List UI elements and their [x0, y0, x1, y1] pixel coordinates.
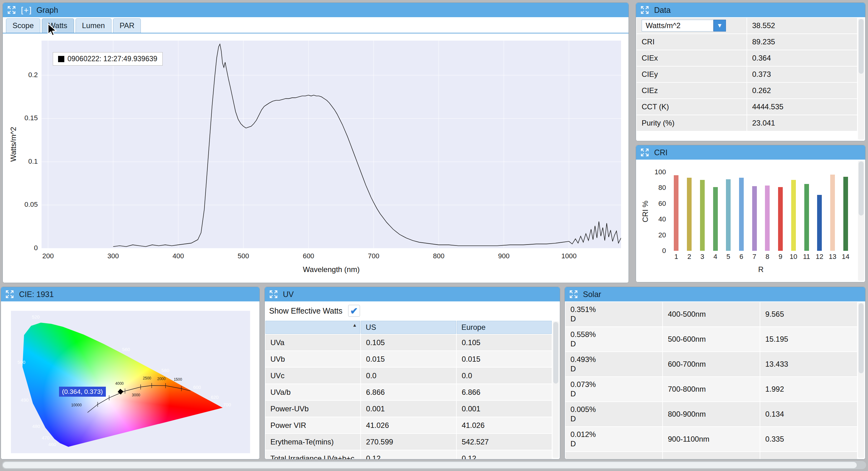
- tab-lumen[interactable]: Lumen: [75, 19, 112, 33]
- percent-cell: 0.005% D: [565, 402, 662, 426]
- europe-value: 6.866: [457, 384, 552, 400]
- unit-dropdown-value[interactable]: Watts/m^2: [642, 20, 713, 32]
- expand-icon[interactable]: [640, 147, 650, 157]
- us-value: 0.12: [361, 450, 456, 459]
- scrollbar-thumb[interactable]: [859, 303, 864, 373]
- table-row: [637, 131, 857, 141]
- y-axis-label: Watts/m^2: [9, 127, 18, 162]
- cie-chromaticity-diagram[interactable]: 5205004904804704605605806006207001500200…: [20, 313, 241, 448]
- vertical-scrollbar[interactable]: [858, 303, 864, 458]
- us-value: 0.001: [361, 401, 456, 417]
- expand-icon[interactable]: [5, 289, 15, 299]
- percent-cell: [565, 452, 662, 459]
- wavelength-label: 470: [42, 435, 50, 440]
- row-value: 0.364: [747, 50, 857, 66]
- cct-label: 2500: [143, 376, 151, 380]
- panel-title: UV: [283, 290, 294, 299]
- table-row: 0.012% D900-1100nm0.335: [565, 427, 857, 451]
- cri-bar-group: [774, 187, 787, 251]
- vertical-scrollbar[interactable]: [553, 321, 559, 458]
- x-tick-label: 1: [670, 253, 683, 261]
- chevron-down-icon[interactable]: ▼: [713, 20, 726, 32]
- table-row: CCT (K)4444.535: [637, 99, 857, 115]
- horizontal-scrollbar[interactable]: [2, 461, 866, 469]
- cri-bar: [830, 175, 835, 251]
- cie-panel: CIE: 1931 520500490480470460560580600620…: [1, 287, 260, 460]
- spectrum-plot-area[interactable]: [41, 40, 621, 248]
- expand-icon[interactable]: [568, 289, 579, 299]
- column-header[interactable]: US: [361, 321, 456, 334]
- x-tick-label: 300: [107, 252, 119, 260]
- data-panel-titlebar: Data: [636, 3, 865, 17]
- effective-watts-row: Show Effective Watts ✔: [265, 301, 560, 320]
- cri-bar: [791, 180, 796, 251]
- expand-icon[interactable]: [6, 5, 17, 15]
- tab-par[interactable]: PAR: [113, 19, 141, 33]
- wavelength-label: 460: [49, 442, 56, 447]
- cie-panel-titlebar: CIE: 1931: [1, 287, 259, 301]
- cri-panel-titlebar: CRI: [636, 145, 865, 159]
- x-tick-label: 4: [709, 253, 722, 261]
- cct-label: 3000: [132, 393, 140, 397]
- y-tick-label: 20: [650, 231, 666, 239]
- band-cell: 900-1100nm: [663, 427, 760, 451]
- unit-dropdown[interactable]: Watts/m^2 ▼: [642, 19, 726, 32]
- expand-icon[interactable]: [269, 289, 279, 299]
- show-effective-watts-checkbox[interactable]: ✔: [348, 305, 360, 317]
- panel-title: Data: [654, 6, 671, 15]
- cct-label: 10000: [71, 403, 82, 407]
- scrollbar-thumb[interactable]: [553, 322, 558, 384]
- table-row: CIEy0.373: [637, 66, 857, 82]
- row-label: CIEz: [637, 83, 747, 98]
- row-label: UVb: [266, 351, 360, 367]
- x-tick-label: 9: [774, 253, 787, 261]
- cct-label: 2000: [157, 377, 165, 381]
- band-cell: 600-700nm: [663, 352, 760, 376]
- cct-label: 4000: [115, 381, 124, 386]
- vertical-scrollbar[interactable]: [858, 19, 864, 140]
- expand-icon[interactable]: [640, 5, 650, 15]
- cri-bar: [804, 184, 809, 251]
- table-row: Total Irradiance27.222: [565, 452, 857, 459]
- vertical-scrollbar[interactable]: [858, 161, 864, 281]
- zoom-reset-icon[interactable]: [+]: [21, 5, 32, 15]
- app-window: { "colors": { "titlebar": "#5face6", "pl…: [0, 0, 868, 471]
- x-axis-label: Wavelength (nm): [303, 265, 360, 274]
- table-row: UVb0.0150.015: [266, 351, 552, 367]
- sort-header[interactable]: ▲: [266, 321, 360, 334]
- value-cell: 15.195: [760, 327, 857, 351]
- scrollbar-thumb[interactable]: [3, 462, 857, 468]
- x-tick-label: 700: [368, 252, 379, 260]
- europe-value: 0.105: [457, 334, 552, 350]
- panel-title: Graph: [36, 6, 58, 15]
- wavelength-label: 500: [18, 359, 25, 364]
- x-tick-label: 7: [748, 253, 761, 261]
- cri-bar-group: [787, 180, 800, 251]
- cri-bar: [817, 195, 822, 251]
- x-tick-label: 13: [826, 253, 839, 261]
- tab-watts[interactable]: Watts: [42, 19, 74, 33]
- cri-bar-group: [813, 195, 826, 251]
- cri-bar-group: [670, 175, 683, 251]
- band-cell: 700-800nm: [663, 377, 760, 401]
- scrollbar-thumb[interactable]: [859, 19, 864, 74]
- y-tick-label: 0.2: [5, 71, 38, 79]
- column-header[interactable]: Europe: [457, 321, 552, 334]
- spectrum-chart: Watts/m^2 Wavelength (nm) 20030040050060…: [3, 33, 628, 283]
- scrollbar-thumb[interactable]: [859, 161, 864, 215]
- x-tick-label: 1000: [561, 252, 577, 260]
- cri-bar: [752, 186, 757, 251]
- percent-cell: 0.073% D: [565, 377, 662, 401]
- table-row: CIEx0.364: [637, 50, 857, 66]
- table-row: Erythema-Te(mins)270.599542.527: [266, 434, 552, 450]
- value-cell: 0.335: [760, 427, 857, 451]
- row-value: 0.262: [747, 83, 857, 98]
- tab-scope[interactable]: Scope: [6, 19, 40, 33]
- legend-text: 09060222: 12:27:49.939639: [67, 55, 157, 63]
- cri-bar: [843, 177, 848, 251]
- data-table: Watts/m^2 ▼ 38.552 CRI89.235CIEx0.364CIE…: [636, 17, 865, 141]
- y-axis-label: CRI %: [641, 201, 650, 222]
- table-row: Power-UVb0.0010.001: [266, 401, 552, 417]
- x-tick-label: 6: [735, 253, 748, 261]
- cri-bars: [670, 172, 852, 251]
